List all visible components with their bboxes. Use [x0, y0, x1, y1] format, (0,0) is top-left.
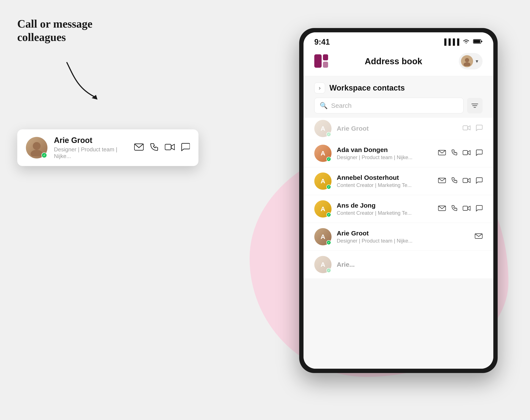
phone-screen: 9:41 ▐▐▐▐ [304, 32, 493, 369]
video-call-icon[interactable] [463, 149, 471, 157]
email-icon[interactable] [475, 233, 483, 241]
expanded-contact-card[interactable]: Arie Groot Designer | Product team | Nij… [17, 129, 198, 166]
chat-icon[interactable] [476, 205, 483, 213]
expanded-contact-actions [134, 143, 190, 153]
chat-icon[interactable] [476, 177, 483, 185]
phone-icon[interactable] [451, 149, 457, 157]
email-icon[interactable] [134, 143, 144, 153]
video-call-icon[interactable] [165, 143, 175, 153]
app-header: Address book ▾ [304, 49, 493, 76]
online-status-badge [326, 157, 331, 161]
expanded-online-badge [41, 152, 47, 158]
chat-icon[interactable] [476, 124, 483, 133]
svg-rect-3 [481, 41, 482, 42]
contact-avatar-wrap: A [314, 256, 332, 273]
search-bar[interactable]: 🔍 Search [314, 98, 464, 113]
arrow-decoration [60, 58, 103, 101]
expanded-contact-detail: Designer | Product team | Nijke... [54, 146, 128, 159]
email-icon[interactable] [438, 177, 446, 185]
table-row[interactable]: A Ada van Dongen Designer | Product team… [304, 140, 493, 167]
contact-actions [475, 233, 483, 241]
svg-rect-18 [463, 206, 468, 210]
table-row[interactable]: A Ans de Jong Content Creator | Marketin… [304, 195, 493, 223]
table-row[interactable]: A Arie... [304, 251, 493, 278]
svg-rect-2 [474, 40, 480, 43]
contact-info: Ada van Dongen Designer | Product team |… [337, 146, 438, 160]
video-call-icon[interactable] [463, 205, 471, 213]
contact-actions [463, 124, 483, 133]
search-icon: 🔍 [320, 102, 328, 109]
video-call-icon[interactable] [463, 177, 471, 185]
svg-rect-12 [463, 150, 468, 155]
contacts-list: A Arie Groot [304, 118, 493, 278]
contact-info: Ans de Jong Content Creator | Marketing … [337, 202, 438, 216]
svg-rect-15 [463, 178, 468, 183]
online-status-badge [326, 240, 331, 245]
expanded-contact-name: Arie Groot [54, 136, 128, 145]
contact-avatar-wrap: A [314, 228, 332, 245]
phone-icon[interactable] [150, 143, 158, 153]
app-logo [314, 54, 328, 68]
wifi-icon [462, 38, 470, 46]
contact-avatar-wrap: A [314, 173, 332, 190]
avatar [461, 55, 473, 67]
table-row[interactable]: A Annebel Oosterhout Content Creator | M… [304, 167, 493, 195]
svg-marker-13 [468, 150, 470, 155]
contact-info: Arie Groot Designer | Product team | Nij… [337, 230, 475, 244]
video-call-icon[interactable] [463, 125, 471, 133]
svg-rect-24 [165, 144, 171, 150]
status-bar: 9:41 ▐▐▐▐ [304, 32, 493, 49]
phone-icon[interactable] [451, 205, 457, 213]
chat-icon[interactable] [181, 143, 190, 153]
page-title: Address book [365, 57, 422, 66]
chat-icon[interactable] [476, 149, 483, 158]
svg-marker-19 [468, 206, 470, 210]
status-time: 9:41 [314, 38, 330, 46]
contact-avatar-wrap: A [314, 120, 332, 137]
content-area: › Workspace contacts 🔍 Search [304, 76, 493, 369]
svg-point-21 [33, 142, 41, 150]
chevron-down-icon: ▾ [476, 58, 478, 64]
status-icons: ▐▐▐▐ [442, 38, 483, 46]
contact-info: Annebel Oosterhout Content Creator | Mar… [337, 174, 438, 188]
online-status-badge [326, 185, 331, 189]
contact-info: Arie Groot [337, 125, 463, 132]
svg-marker-25 [171, 144, 175, 150]
section-title: Workspace contacts [329, 84, 405, 92]
svg-point-5 [464, 62, 471, 66]
battery-icon [473, 39, 483, 45]
search-container: 🔍 Search [304, 98, 493, 118]
online-status-badge [326, 212, 331, 217]
user-avatar-button[interactable]: ▾ [459, 53, 483, 69]
online-status-badge [326, 268, 331, 273]
handwritten-annotation: Call or message colleagues [17, 17, 99, 44]
logo-square-bottom [323, 62, 328, 68]
online-status-badge [326, 132, 331, 137]
contact-avatar-wrap: A [314, 145, 332, 162]
signal-icon: ▐▐▐▐ [442, 39, 459, 45]
table-row[interactable]: A Arie Groot [304, 118, 493, 140]
phone-device: 9:41 ▐▐▐▐ [299, 28, 498, 373]
logo-square-top [323, 54, 328, 60]
contact-actions [438, 205, 483, 213]
svg-point-4 [465, 58, 469, 62]
logo-square-big [314, 54, 322, 68]
contact-actions [438, 149, 483, 158]
section-header: › Workspace contacts [304, 76, 493, 98]
svg-marker-16 [468, 178, 470, 183]
svg-rect-9 [463, 126, 468, 130]
svg-marker-10 [468, 126, 470, 130]
contact-avatar-wrap: A [314, 200, 332, 217]
phone-icon[interactable] [451, 177, 457, 185]
contact-actions [438, 177, 483, 185]
expanded-avatar-wrap [26, 137, 47, 159]
svg-point-22 [31, 150, 43, 156]
search-placeholder: Search [331, 102, 352, 109]
contact-info: Arie... [337, 261, 483, 268]
email-icon[interactable] [438, 149, 446, 157]
expanded-contact-info: Arie Groot Designer | Product team | Nij… [54, 136, 128, 159]
filter-button[interactable] [467, 98, 483, 113]
expand-button[interactable]: › [314, 83, 325, 93]
table-row[interactable]: A Arie Groot Designer | Product team | N… [304, 223, 493, 251]
email-icon[interactable] [438, 205, 446, 213]
